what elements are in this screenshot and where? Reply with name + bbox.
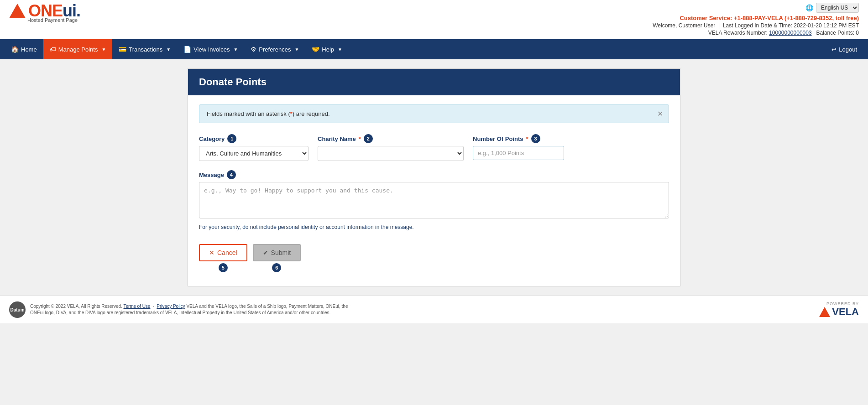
datum-logo: Datum	[9, 301, 26, 318]
logo-triangle-icon	[9, 4, 26, 18]
invoices-caret: ▼	[233, 47, 238, 52]
charity-required: *	[359, 135, 361, 142]
rewards-line: VELA Rewards Number: 10000000000003 Bala…	[653, 30, 859, 36]
charity-group: Charity Name* 2	[318, 134, 464, 161]
language-row: 🌐 English US	[653, 3, 859, 13]
submit-container: ✔ Submit 6	[253, 244, 301, 272]
logo-subtitle: Hosted Payment Page	[27, 17, 78, 23]
logout-icon: ↩	[831, 46, 837, 53]
footer-left: Datum Copyright © 2022 VELA, All Rights …	[9, 301, 350, 318]
logo-main: ONEui.	[9, 3, 80, 19]
customer-service: Customer Service: +1-888-PAY-VELA (+1-88…	[653, 15, 859, 21]
points-label: Number Of Points* 3	[473, 134, 564, 143]
alert-box: Fields marked with an asterisk (*) are r…	[199, 104, 669, 123]
logout-button[interactable]: ↩ Logout	[825, 39, 863, 59]
charity-badge: 2	[364, 134, 373, 143]
manage-points-caret: ▼	[101, 47, 106, 52]
points-input[interactable]	[473, 146, 564, 160]
category-group: Category 1 Arts, Culture and Humanities …	[199, 134, 309, 161]
top-bar: ONEui. Hosted Payment Page 🌐 English US …	[0, 0, 868, 39]
logo-area: ONEui. Hosted Payment Page	[9, 3, 80, 23]
vela-logo: VELA	[819, 306, 859, 318]
footer: Datum Copyright © 2022 VELA, All Rights …	[0, 296, 868, 323]
security-note: For your security, do not include person…	[199, 224, 669, 230]
message-label: Message 4	[199, 170, 669, 179]
category-label: Category 1	[199, 134, 309, 143]
message-group: Message 4 For your security, do not incl…	[199, 170, 669, 230]
cancel-icon: ✕	[209, 249, 214, 256]
transactions-caret: ▼	[166, 47, 171, 52]
submit-badge: 6	[272, 263, 281, 272]
cancel-container: ✕ Cancel 5	[199, 244, 247, 272]
card-body: Fields marked with an asterisk (*) are r…	[188, 95, 680, 286]
points-group: Number Of Points* 3	[473, 134, 564, 160]
message-badge: 4	[227, 170, 236, 179]
message-textarea[interactable]	[199, 182, 669, 218]
manage-points-icon: 🏷	[50, 46, 56, 53]
home-icon: 🏠	[11, 46, 19, 53]
powered-by: POWERED BY	[826, 301, 859, 306]
button-area: ✕ Cancel 5 ✔ Submit 6	[199, 244, 669, 272]
help-caret: ▼	[338, 47, 342, 52]
category-badge: 1	[227, 134, 236, 143]
alert-close-button[interactable]: ✕	[657, 109, 663, 118]
charity-label: Charity Name* 2	[318, 134, 464, 143]
cancel-badge: 5	[219, 263, 228, 272]
card-header: Donate Points	[188, 69, 680, 95]
rewards-number[interactable]: 10000000000003	[769, 30, 811, 36]
terms-link[interactable]: Terms of Use	[124, 304, 151, 309]
vela-text: VELA	[832, 306, 859, 318]
cancel-button[interactable]: ✕ Cancel	[199, 244, 247, 261]
navbar: 🏠 Home 🏷 Manage Points ▼ 💳 Transactions …	[0, 39, 868, 59]
nav-home[interactable]: 🏠 Home	[5, 39, 43, 59]
privacy-link[interactable]: Privacy Policy	[157, 304, 185, 309]
welcome-line: Welcome, Customer User | Last Logged In …	[653, 22, 859, 29]
footer-text: Copyright © 2022 VELA, All Rights Reserv…	[30, 303, 350, 316]
transactions-icon: 💳	[119, 46, 126, 53]
nav-preferences[interactable]: ⚙ Preferences ▼	[244, 39, 305, 59]
nav-help[interactable]: 🤝 Help ▼	[305, 39, 349, 59]
submit-check-icon: ✔	[263, 249, 268, 256]
preferences-caret: ▼	[294, 47, 299, 52]
submit-button[interactable]: ✔ Submit	[253, 244, 301, 261]
charity-select[interactable]	[318, 146, 464, 161]
language-select[interactable]: English US	[816, 3, 859, 13]
vela-triangle-icon	[819, 307, 830, 317]
preferences-icon: ⚙	[251, 46, 256, 53]
nav-manage-points[interactable]: 🏷 Manage Points ▼	[43, 39, 113, 59]
category-select[interactable]: Arts, Culture and Humanities Education E…	[199, 146, 309, 161]
main-content: Donate Points Fields marked with an aste…	[183, 68, 685, 286]
form-row-1: Category 1 Arts, Culture and Humanities …	[199, 134, 669, 161]
footer-right: POWERED BY VELA	[819, 301, 859, 318]
donate-points-card: Donate Points Fields marked with an aste…	[188, 68, 680, 286]
nav-view-invoices[interactable]: 📄 View Invoices ▼	[177, 39, 244, 59]
points-required: *	[526, 135, 528, 142]
top-right: 🌐 English US Customer Service: +1-888-PA…	[653, 3, 859, 36]
globe-icon: 🌐	[805, 4, 813, 11]
button-row: ✕ Cancel 5 ✔ Submit 6	[199, 244, 669, 272]
nav-transactions[interactable]: 💳 Transactions ▼	[112, 39, 177, 59]
help-icon: 🤝	[312, 46, 319, 53]
logo-text: ONEui.	[28, 3, 80, 19]
invoices-icon: 📄	[183, 46, 191, 53]
points-badge: 3	[531, 134, 540, 143]
